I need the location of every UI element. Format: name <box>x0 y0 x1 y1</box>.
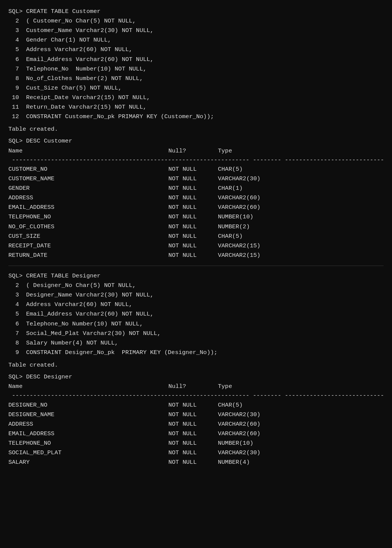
designer-create-line-9: 9 CONSTRAINT Designer_No_pk PRIMARY KEY … <box>8 348 384 357</box>
field-type: VARCHAR2(60) <box>218 203 384 212</box>
customer-create-line-5: 5 Address Varchar2(60) NOT NULL, <box>8 45 384 54</box>
designer-desc-prompt: SQL> DESC Designer <box>8 372 384 382</box>
table-row: RETURN_DATE NOT NULL VARCHAR2(15) <box>8 251 384 260</box>
field-type: CHAR(5) <box>218 165 384 174</box>
table-row: GENDER NOT NULL CHAR(1) <box>8 184 384 193</box>
customer-create-line-11: 11 Return_Date Varchar2(15) NOT NULL, <box>8 103 384 112</box>
header-null-col: Null? <box>168 146 218 156</box>
designer-create-line-3: 3 Designer_Name Varchar2(30) NOT NULL, <box>8 290 384 300</box>
table-row: CUSTOMER_NO NOT NULL CHAR(5) <box>8 165 384 174</box>
section-divider <box>8 266 384 266</box>
field-null: NOT NULL <box>168 212 218 222</box>
designer-desc-header: Name Null? Type <box>8 382 384 391</box>
table-row: TELEPHONE_NO NOT NULL NUMBER(10) <box>8 212 384 222</box>
field-null: NOT NULL <box>168 184 218 193</box>
field-null: NOT NULL <box>168 203 218 212</box>
designer-create-line-6: 6 Telephone_No Number(10) NOT NULL, <box>8 319 384 329</box>
customer-desc-header: Name Null? Type <box>8 146 384 156</box>
customer-create-line-6: 6 Email_Address Varchar2(60) NOT NULL, <box>8 55 384 64</box>
designer-create-line-2: 2 ( Designer_No Char(5) NOT NULL, <box>8 281 384 290</box>
field-name: CUSTOMER_NO <box>8 165 168 174</box>
field-name: SALARY <box>8 458 168 467</box>
designer-create-line-5: 5 Email_Address Varchar2(60) NOT NULL, <box>8 309 384 319</box>
field-name: ADDRESS <box>8 420 168 429</box>
table-row: ADDRESS NOT NULL VARCHAR2(60) <box>8 193 384 203</box>
field-type: VARCHAR2(15) <box>218 251 384 260</box>
customer-create-line-4: 4 Gender Char(1) NOT NULL, <box>8 35 384 45</box>
table-row: EMAIL_ADDRESS NOT NULL VARCHAR2(60) <box>8 429 384 439</box>
field-type: VARCHAR2(30) <box>218 410 384 420</box>
customer-desc-divider: ----------------------------------------… <box>8 156 384 165</box>
header-name-col: Name <box>8 382 168 391</box>
field-name: RETURN_DATE <box>8 251 168 260</box>
customer-create-result: Table created. <box>8 125 384 134</box>
field-null: NOT NULL <box>168 165 218 174</box>
designer-create-section: SQL> CREATE TABLE Designer 2 ( Designer_… <box>8 271 384 357</box>
field-name: GENDER <box>8 184 168 193</box>
field-name: CUST_SIZE <box>8 232 168 241</box>
field-type: VARCHAR2(30) <box>218 174 384 184</box>
table-row: CUSTOMER_NAME NOT NULL VARCHAR2(30) <box>8 174 384 184</box>
field-type: NUMBER(4) <box>218 458 384 467</box>
customer-create-line-7: 7 Telephone_No Number(10) NOT NULL, <box>8 64 384 74</box>
customer-create-line-12: 12 CONSTRAINT Customer_No_pk PRIMARY KEY… <box>8 112 384 122</box>
customer-create-line-8: 8 No_of_Clothes Number(2) NOT NULL, <box>8 74 384 83</box>
table-row: SOCIAL_MED_PLAT NOT NULL VARCHAR2(30) <box>8 448 384 458</box>
field-name: TELEPHONE_NO <box>8 212 168 222</box>
field-type: VARCHAR2(15) <box>218 241 384 251</box>
table-row: CUST_SIZE NOT NULL CHAR(5) <box>8 232 384 241</box>
customer-desc-section: SQL> DESC Customer Name Null? Type -----… <box>8 136 384 260</box>
customer-create-section: SQL> CREATE TABLE Customer 2 ( Customer_… <box>8 7 384 122</box>
designer-create-line-8: 8 Salary Number(4) NOT NULL, <box>8 338 384 348</box>
field-name: TELEPHONE_NO <box>8 439 168 448</box>
field-null: NOT NULL <box>168 401 218 410</box>
field-null: NOT NULL <box>168 458 218 467</box>
field-name: EMAIL_ADDRESS <box>8 203 168 212</box>
field-name: CUSTOMER_NAME <box>8 174 168 184</box>
field-null: NOT NULL <box>168 232 218 241</box>
field-type: VARCHAR2(60) <box>218 429 384 439</box>
field-name: NO_OF_CLOTHES <box>8 222 168 232</box>
field-null: NOT NULL <box>168 448 218 458</box>
header-name-col: Name <box>8 146 168 156</box>
field-null: NOT NULL <box>168 251 218 260</box>
field-null: NOT NULL <box>168 193 218 203</box>
field-name: EMAIL_ADDRESS <box>8 429 168 439</box>
field-name: SOCIAL_MED_PLAT <box>8 448 168 458</box>
designer-desc-divider: ----------------------------------------… <box>8 391 384 400</box>
field-type: CHAR(5) <box>218 401 384 410</box>
designer-desc-section: SQL> DESC Designer Name Null? Type -----… <box>8 372 384 467</box>
field-null: NOT NULL <box>168 420 218 429</box>
table-row: NO_OF_CLOTHES NOT NULL NUMBER(2) <box>8 222 384 232</box>
table-row: RECEIPT_DATE NOT NULL VARCHAR2(15) <box>8 241 384 251</box>
field-type: NUMBER(10) <box>218 439 384 448</box>
field-name: DESIGNER_NAME <box>8 410 168 420</box>
table-row: DESIGNER_NO NOT NULL CHAR(5) <box>8 401 384 410</box>
header-null-col: Null? <box>168 382 218 391</box>
designer-create-line-1: SQL> CREATE TABLE Designer <box>8 271 384 281</box>
field-type: CHAR(5) <box>218 232 384 241</box>
table-row: DESIGNER_NAME NOT NULL VARCHAR2(30) <box>8 410 384 420</box>
table-row: ADDRESS NOT NULL VARCHAR2(60) <box>8 420 384 429</box>
header-type-col: Type <box>218 382 384 391</box>
designer-create-line-7: 7 Social_Med_Plat Varchar2(30) NOT NULL, <box>8 329 384 338</box>
customer-create-line-10: 10 Receipt_Date Varchar2(15) NOT NULL, <box>8 93 384 103</box>
field-type: VARCHAR2(30) <box>218 448 384 458</box>
customer-desc-prompt: SQL> DESC Customer <box>8 136 384 146</box>
customer-create-line-9: 9 Cust_Size Char(5) NOT NULL, <box>8 83 384 93</box>
designer-create-result: Table created. <box>8 361 384 370</box>
field-null: NOT NULL <box>168 429 218 439</box>
field-name: RECEIPT_DATE <box>8 241 168 251</box>
field-type: NUMBER(2) <box>218 222 384 232</box>
customer-create-line-2: 2 ( Customer_No Char(5) NOT NULL, <box>8 16 384 26</box>
field-type: VARCHAR2(60) <box>218 193 384 203</box>
field-null: NOT NULL <box>168 222 218 232</box>
table-row: TELEPHONE_NO NOT NULL NUMBER(10) <box>8 439 384 448</box>
field-null: NOT NULL <box>168 439 218 448</box>
field-null: NOT NULL <box>168 241 218 251</box>
header-type-col: Type <box>218 146 384 156</box>
field-name: ADDRESS <box>8 193 168 203</box>
field-type: VARCHAR2(60) <box>218 420 384 429</box>
table-row: SALARY NOT NULL NUMBER(4) <box>8 458 384 467</box>
customer-create-line-3: 3 Customer_Name Varchar2(30) NOT NULL, <box>8 26 384 35</box>
